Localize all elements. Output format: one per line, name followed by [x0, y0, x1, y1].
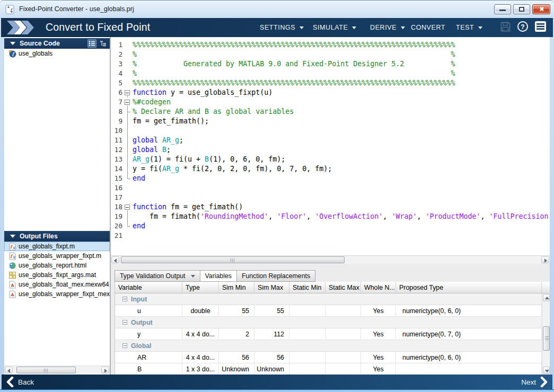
- variable-row-u[interactable]: udouble5555Yesnumerictype(0, 6, 0): [115, 305, 542, 317]
- code-fold-toggle-icon[interactable]: [122, 97, 133, 107]
- code-line: 12global B;: [111, 145, 550, 155]
- file-label: use_globals_wrapper_fixpt.m: [19, 252, 101, 260]
- cell-sim_max: Unknown: [254, 363, 289, 375]
- mex-file-icon: [8, 281, 16, 289]
- mat-file-icon: [8, 271, 16, 279]
- code-fold-gutter: [122, 136, 133, 145]
- code-line: 9fm = get_fimath();: [111, 117, 550, 126]
- column-header[interactable]: Sim Min: [219, 282, 254, 293]
- collapse-triangle-icon: [10, 42, 15, 45]
- help-icon[interactable]: ?: [517, 21, 529, 34]
- line-number: 14: [111, 164, 122, 174]
- collapse-group-icon[interactable]: [122, 297, 127, 301]
- code-line: 5%%%%%%%%%%%%%%%%%%%%%%%%%%%%%%%%%%%%%%%…: [111, 78, 550, 88]
- code-fold-gutter: [122, 193, 133, 202]
- menu-simulate[interactable]: SIMULATE: [313, 18, 356, 37]
- column-header[interactable]: Static Max: [326, 282, 361, 293]
- scroll-right-button[interactable]: [101, 367, 109, 373]
- tab-variables[interactable]: Variables: [200, 270, 236, 282]
- source-code-panel-header[interactable]: Source Code: [4, 38, 110, 49]
- scrollbar-thumb[interactable]: [16, 367, 76, 373]
- code-line: 18function fm = get_fimath(): [111, 202, 550, 212]
- output-file-item[interactable]: fxuse_globals_wrapper_fixpt.m: [4, 251, 110, 261]
- column-header[interactable]: Whole N...: [361, 282, 396, 293]
- group-row-input[interactable]: Input: [115, 293, 542, 305]
- output-file-item[interactable]: fxuse_globals_fixpt.m: [4, 242, 110, 251]
- output-file-item[interactable]: use_globals_fixpt_args.mat: [4, 270, 110, 280]
- tab-type-validation-output[interactable]: Type Validation Output: [115, 270, 200, 282]
- variable-row-AR[interactable]: AR4 x 4 do...5656Yesnumerictype(0, 6, 0): [115, 352, 542, 363]
- cell-sim_min: 2: [219, 328, 254, 340]
- menu-label: SIMULATE: [313, 24, 348, 31]
- output-file-item[interactable]: use_globals_report.html: [4, 261, 110, 270]
- output-file-item[interactable]: use_globals_float_mex.mexw64: [4, 280, 110, 289]
- column-header[interactable]: Sim Max: [254, 282, 289, 293]
- scroll-right-button[interactable]: [541, 256, 549, 263]
- save-icon[interactable]: [500, 21, 511, 34]
- code-fold-gutter: [122, 78, 133, 88]
- variable-row-B[interactable]: B1 x 3 do...UnknownUnknownYes: [115, 363, 542, 375]
- bottom-nav-bar: Back Next: [2, 375, 552, 389]
- close-button[interactable]: [532, 4, 550, 14]
- dropdown-arrow-icon: [401, 26, 405, 29]
- list-view-icon[interactable]: [87, 39, 96, 48]
- code-text: end: [133, 221, 145, 231]
- tab-label: Function Replacements: [242, 272, 310, 280]
- menu-derive[interactable]: DERIVE: [370, 18, 405, 37]
- cell-sim_min: 55: [219, 305, 254, 316]
- line-number: 20: [111, 221, 122, 231]
- code-fold-toggle-icon[interactable]: [122, 202, 133, 212]
- code-editor[interactable]: 1%%%%%%%%%%%%%%%%%%%%%%%%%%%%%%%%%%%%%%%…: [111, 37, 550, 255]
- menu-settings[interactable]: SETTINGS: [260, 18, 304, 37]
- scroll-left-button[interactable]: [111, 256, 119, 263]
- tree-view-icon[interactable]: [99, 39, 108, 48]
- maximize-button[interactable]: [513, 4, 530, 14]
- line-number: 19: [111, 212, 122, 221]
- group-label: Output: [131, 319, 153, 326]
- line-number: 11: [111, 136, 122, 145]
- tab-label: Variables: [205, 272, 232, 280]
- column-header[interactable]: Proposed Type: [396, 282, 542, 293]
- variable-row-y[interactable]: y4 x 4 do...2112Yesnumerictype(0, 7, 0): [115, 328, 542, 340]
- code-text: %%%%%%%%%%%%%%%%%%%%%%%%%%%%%%%%%%%%%%%%…: [133, 78, 455, 88]
- scroll-left-button[interactable]: [5, 367, 13, 373]
- column-header[interactable]: Type: [182, 282, 219, 293]
- code-fold-toggle-icon[interactable]: [122, 88, 133, 97]
- editor-horizontal-scrollbar[interactable]: [111, 255, 550, 264]
- menu-convert[interactable]: CONVERT: [411, 18, 445, 37]
- column-header[interactable]: Static Min: [289, 282, 326, 293]
- cell-sim_max: 55: [254, 305, 289, 316]
- sidebar-horizontal-scrollbar[interactable]: [4, 366, 110, 373]
- scrollbar-thumb[interactable]: [543, 326, 550, 351]
- cell-variable: AR: [115, 352, 182, 363]
- code-text: global AR_g;: [133, 136, 183, 145]
- menu-test[interactable]: TEST: [456, 18, 482, 37]
- collapse-group-icon[interactable]: [122, 343, 127, 348]
- svg-text:?: ?: [521, 23, 524, 31]
- code-line: 8% Declare AR and B as global variables: [111, 107, 550, 117]
- next-button[interactable]: Next: [521, 375, 548, 389]
- table-vertical-scrollbar[interactable]: [542, 293, 550, 375]
- back-button[interactable]: Back: [6, 375, 34, 389]
- scroll-up-button[interactable]: [543, 294, 550, 301]
- body-area: Source Code fuse_globals Output Files fx…: [4, 37, 550, 375]
- menu-icon[interactable]: [534, 21, 547, 34]
- column-header[interactable]: Variable: [115, 282, 182, 293]
- output-file-item[interactable]: use_globals_wrapper_fixpt_mex.m: [4, 289, 110, 299]
- cell-proposed_type: [396, 363, 542, 375]
- scroll-down-button[interactable]: [543, 367, 550, 374]
- cell-variable: y: [115, 328, 182, 340]
- group-row-global[interactable]: Global: [115, 340, 542, 352]
- bottom-panel: Type Validation OutputVariablesFunction …: [111, 264, 550, 375]
- output-files-panel-header[interactable]: Output Files: [4, 231, 110, 242]
- source-file-item[interactable]: fuse_globals: [4, 49, 110, 58]
- line-number: 1: [111, 40, 122, 50]
- scrollbar-thumb[interactable]: [121, 256, 345, 263]
- line-number: 10: [111, 126, 122, 136]
- group-row-output[interactable]: Output: [115, 317, 542, 328]
- collapse-group-icon[interactable]: [122, 320, 127, 325]
- matlab-fx-file-icon: fx: [8, 243, 16, 251]
- toolbar-menus: SETTINGSSIMULATEDERIVECONVERTTEST: [1, 18, 553, 37]
- minimize-button[interactable]: [494, 4, 511, 14]
- tab-function-replacements[interactable]: Function Replacements: [236, 270, 315, 282]
